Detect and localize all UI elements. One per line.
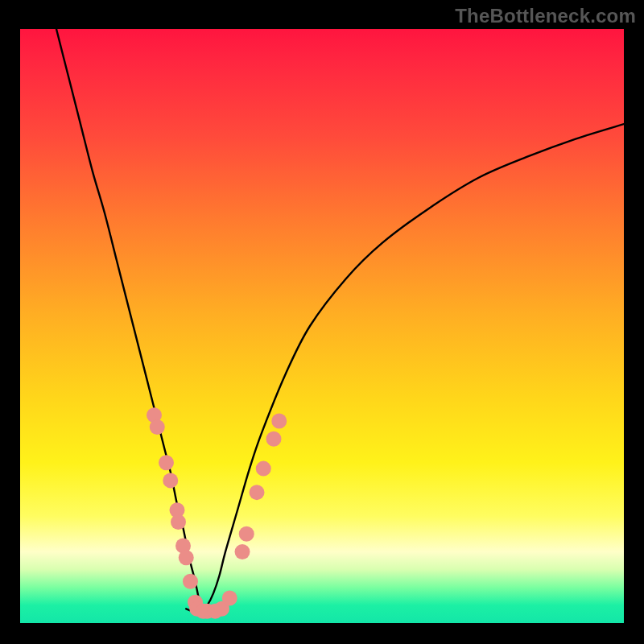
right-branch-line <box>201 124 624 611</box>
data-marker <box>150 419 165 435</box>
plot-area <box>20 29 624 623</box>
data-marker <box>159 455 174 470</box>
watermark-text: TheBottleneck.com <box>455 5 636 27</box>
curve-svg <box>20 29 624 623</box>
data-marker <box>183 574 198 589</box>
data-marker <box>171 514 186 530</box>
data-marker <box>179 550 194 565</box>
data-marker <box>235 544 250 559</box>
data-marker <box>256 461 271 477</box>
data-marker <box>250 485 265 500</box>
data-marker <box>222 591 237 606</box>
chart-frame: TheBottleneck.com <box>0 0 644 644</box>
data-marker <box>239 526 254 542</box>
data-marker <box>271 414 287 429</box>
data-marker <box>266 431 282 447</box>
data-marker <box>163 473 178 488</box>
